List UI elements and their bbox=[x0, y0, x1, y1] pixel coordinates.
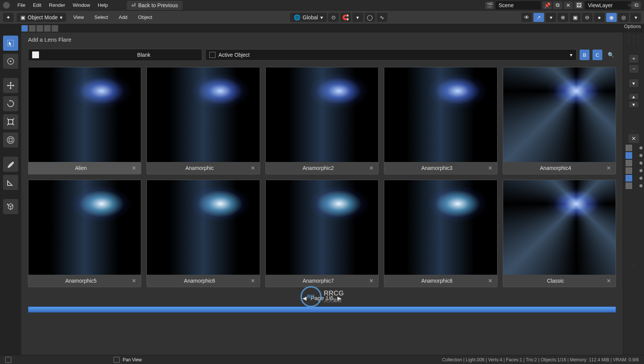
scale-tool[interactable] bbox=[3, 114, 18, 129]
flare-thumbnail[interactable] bbox=[384, 180, 497, 275]
material-shading-icon[interactable]: ◉ bbox=[606, 13, 617, 22]
remove-flare-button[interactable]: ✕ bbox=[487, 278, 494, 284]
color-swatch-icon[interactable] bbox=[625, 167, 633, 174]
layer-color-row[interactable] bbox=[625, 159, 642, 167]
measure-tool[interactable] bbox=[3, 175, 18, 190]
flare-thumbnail[interactable] bbox=[384, 67, 497, 162]
flare-thumbnail[interactable] bbox=[503, 67, 616, 162]
menu-view[interactable]: View bbox=[69, 14, 87, 20]
remove-flare-button[interactable]: ✕ bbox=[605, 165, 613, 171]
drag-handle-icon[interactable]: ⋮⋮⋮ bbox=[628, 40, 639, 44]
select-icon-4[interactable] bbox=[44, 25, 51, 32]
visibility-dot-icon[interactable] bbox=[639, 146, 642, 149]
flare-item[interactable]: Anamorphic8✕ bbox=[384, 180, 497, 287]
snap-icon[interactable]: 🧲 bbox=[340, 13, 351, 22]
pin-icon[interactable]: 📌 bbox=[543, 2, 552, 9]
expand-button[interactable]: ▾ bbox=[628, 79, 639, 88]
remove-flare-button[interactable]: ✕ bbox=[368, 165, 375, 171]
color-swatch-icon[interactable] bbox=[625, 159, 633, 167]
annotate-tool[interactable] bbox=[3, 157, 18, 172]
flare-thumbnail[interactable] bbox=[266, 180, 378, 275]
close-scene-icon[interactable]: ✕ bbox=[564, 2, 573, 9]
object-mode-dropdown[interactable]: ▣ Object Mode ▾ bbox=[17, 13, 66, 22]
filter-b-button[interactable]: B bbox=[580, 50, 589, 60]
overlay-icon[interactable]: ▾ bbox=[546, 13, 556, 22]
remove-flare-button[interactable]: ✕ bbox=[130, 278, 138, 284]
flare-item[interactable]: Classic✕ bbox=[503, 180, 616, 287]
color-swatch-icon[interactable] bbox=[625, 174, 633, 182]
menu-help[interactable]: Help bbox=[94, 2, 112, 8]
visibility-dot-icon[interactable] bbox=[639, 169, 642, 172]
menu-render[interactable]: Render bbox=[45, 2, 69, 8]
flare-item[interactable]: Anamorphic✕ bbox=[147, 67, 260, 174]
snap-type-icon[interactable]: ▾ bbox=[352, 13, 363, 22]
proportional-type-icon[interactable]: ∿ bbox=[377, 13, 387, 22]
select-icon-5[interactable] bbox=[51, 25, 58, 32]
visibility-dot-icon[interactable] bbox=[639, 177, 642, 180]
remove-flare-button[interactable]: ✕ bbox=[368, 278, 375, 284]
pivot-icon[interactable]: ⊙ bbox=[328, 13, 339, 22]
viewlayer-browse-icon[interactable]: 🖼 bbox=[574, 2, 583, 9]
search-button[interactable]: 🔍 bbox=[605, 50, 616, 60]
close-button[interactable]: ✕ bbox=[628, 134, 639, 143]
solid-shading-icon[interactable]: ● bbox=[594, 13, 605, 22]
visibility-icon[interactable]: 👁 bbox=[521, 13, 532, 22]
back-to-previous-button[interactable]: ⏎ Back to Previous bbox=[127, 1, 182, 10]
transform-tool[interactable] bbox=[3, 132, 18, 148]
options-label[interactable]: Options bbox=[624, 23, 641, 29]
remove-flare-button[interactable]: ✕ bbox=[487, 165, 494, 171]
select-icon-2[interactable] bbox=[29, 25, 36, 32]
menu-edit[interactable]: Edit bbox=[29, 2, 45, 8]
flare-item[interactable]: Anamorphic7✕ bbox=[265, 180, 379, 287]
visibility-dot-icon[interactable] bbox=[639, 184, 642, 187]
layer-color-row[interactable] bbox=[625, 152, 642, 159]
rotate-tool[interactable] bbox=[3, 96, 18, 111]
xray-icon[interactable]: ▣ bbox=[570, 13, 580, 22]
move-tool[interactable] bbox=[3, 78, 18, 93]
drag-handle-icon[interactable]: ⋮⋮ bbox=[628, 264, 639, 268]
menu-file[interactable]: File bbox=[14, 2, 29, 8]
flare-item[interactable]: Anamorphic3✕ bbox=[384, 67, 497, 174]
scrollbar-handle[interactable] bbox=[28, 306, 616, 313]
remove-flare-button[interactable]: ✕ bbox=[249, 278, 257, 284]
menu-select[interactable]: Select bbox=[90, 14, 112, 20]
layer-color-row[interactable] bbox=[625, 167, 642, 174]
menu-window[interactable]: Window bbox=[69, 2, 94, 8]
scene-browse-icon[interactable]: 🎬 bbox=[485, 2, 494, 9]
orientation-dropdown[interactable]: 🌐 Global ▾ bbox=[290, 13, 326, 22]
flare-thumbnail[interactable] bbox=[147, 180, 259, 275]
rendered-shading-icon[interactable]: ◎ bbox=[618, 13, 629, 22]
layer-color-row[interactable] bbox=[625, 182, 642, 190]
color-swatch-icon[interactable] bbox=[625, 182, 633, 190]
menu-object[interactable]: Object bbox=[134, 14, 156, 20]
drag-handle-icon[interactable]: ⋮⋮ bbox=[628, 129, 639, 133]
wireframe-shading-icon[interactable]: ⊖ bbox=[582, 13, 593, 22]
blank-preset-field[interactable]: Blank bbox=[28, 49, 202, 61]
viewlayer-field[interactable]: ViewLayer bbox=[585, 1, 630, 9]
overlays-toggle-icon[interactable]: ⊕ bbox=[558, 13, 568, 22]
move-up-button[interactable]: ▴ bbox=[628, 93, 639, 100]
layer-color-row[interactable] bbox=[625, 174, 642, 182]
flare-item[interactable]: Anamorphic6✕ bbox=[147, 180, 260, 287]
cursor-tool[interactable] bbox=[3, 54, 18, 69]
scene-name-field[interactable]: Scene bbox=[496, 1, 541, 9]
editor-type-icon[interactable]: ✦ bbox=[3, 13, 14, 22]
flare-item[interactable]: Alien✕ bbox=[28, 67, 141, 174]
visibility-dot-icon[interactable] bbox=[639, 154, 642, 157]
proportional-icon[interactable]: ◯ bbox=[365, 13, 375, 22]
flare-thumbnail[interactable] bbox=[28, 67, 141, 162]
remove-flare-button[interactable]: ✕ bbox=[605, 278, 613, 284]
remove-flare-button[interactable]: ✕ bbox=[130, 165, 138, 171]
visibility-dot-icon[interactable] bbox=[639, 162, 642, 165]
flare-thumbnail[interactable] bbox=[503, 180, 616, 275]
shading-options-icon[interactable]: ▾ bbox=[630, 13, 641, 22]
flare-thumbnail[interactable] bbox=[28, 180, 141, 275]
move-down-button[interactable]: ▾ bbox=[628, 101, 639, 108]
remove-flare-button[interactable]: ✕ bbox=[249, 165, 257, 171]
layer-color-row[interactable] bbox=[625, 144, 642, 152]
menu-add[interactable]: Add bbox=[115, 14, 131, 20]
flare-item[interactable]: Anamorphic4✕ bbox=[503, 67, 616, 174]
copy-icon[interactable]: ⧉ bbox=[553, 2, 562, 9]
select-visible-icon[interactable] bbox=[21, 25, 28, 32]
color-swatch-icon[interactable] bbox=[625, 152, 633, 159]
